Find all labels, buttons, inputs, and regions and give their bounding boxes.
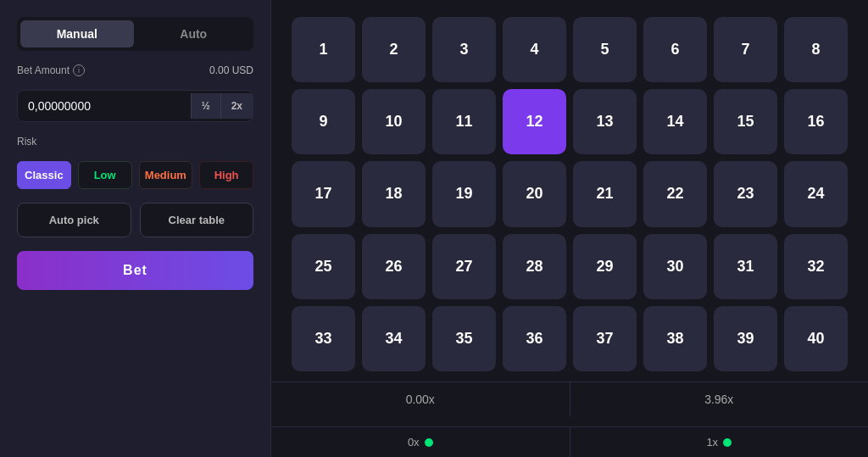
number-cell-29[interactable]: 29: [573, 234, 637, 299]
left-panel: Manual Auto Bet Amount i 0.00 USD ½ 2x R…: [0, 0, 271, 457]
bet-amount-label: Bet Amount: [17, 64, 70, 76]
number-cell-40[interactable]: 40: [784, 306, 848, 371]
number-cell-34[interactable]: 34: [362, 306, 426, 371]
stat-left: 0.00x: [271, 382, 570, 416]
number-cell-26[interactable]: 26: [362, 234, 426, 299]
bet-amount-header: Bet Amount i 0.00 USD: [17, 64, 253, 76]
number-cell-3[interactable]: 3: [432, 17, 496, 82]
stat-right: 3.96x: [570, 382, 869, 416]
number-cell-37[interactable]: 37: [573, 306, 637, 371]
action-row: Auto pick Clear table: [17, 203, 253, 237]
number-cell-15[interactable]: 15: [714, 89, 777, 154]
number-cell-5[interactable]: 5: [573, 17, 637, 82]
number-cell-24[interactable]: 24: [784, 161, 848, 226]
number-cell-23[interactable]: 23: [714, 161, 777, 226]
number-cell-35[interactable]: 35: [432, 306, 496, 371]
number-cell-18[interactable]: 18: [362, 161, 426, 226]
number-cell-13[interactable]: 13: [573, 89, 637, 154]
number-grid: 1234567891011121314151617181920212223242…: [292, 17, 848, 371]
right-panel: 1234567891011121314151617181920212223242…: [271, 0, 868, 457]
number-cell-38[interactable]: 38: [643, 306, 707, 371]
number-cell-28[interactable]: 28: [503, 234, 566, 299]
tab-row: Manual Auto: [17, 17, 253, 51]
number-cell-32[interactable]: 32: [784, 234, 848, 299]
number-cell-14[interactable]: 14: [643, 89, 707, 154]
number-cell-9[interactable]: 9: [292, 89, 355, 154]
bottom-row2: 0x 1x: [271, 426, 868, 457]
tab-auto[interactable]: Auto: [137, 20, 251, 47]
info-icon: i: [73, 64, 85, 76]
risk-classic[interactable]: Classic: [17, 161, 71, 189]
number-cell-11[interactable]: 11: [432, 89, 496, 154]
double-button[interactable]: 2x: [220, 93, 253, 119]
number-cell-33[interactable]: 33: [292, 306, 355, 371]
bet-button[interactable]: Bet: [17, 251, 253, 290]
number-cell-25[interactable]: 25: [292, 234, 355, 299]
risk-high[interactable]: High: [199, 161, 253, 189]
half-button[interactable]: ½: [191, 93, 220, 119]
auto-pick-button[interactable]: Auto pick: [17, 203, 131, 237]
bet-amount-display: 0.00 USD: [209, 64, 253, 76]
number-cell-17[interactable]: 17: [292, 161, 355, 226]
bet-input-row: ½ 2x: [17, 90, 253, 122]
clear-table-button[interactable]: Clear table: [140, 203, 254, 237]
number-cell-39[interactable]: 39: [714, 306, 777, 371]
number-cell-6[interactable]: 6: [643, 17, 707, 82]
risk-medium[interactable]: Medium: [139, 161, 193, 189]
number-cell-22[interactable]: 22: [643, 161, 707, 226]
risk-row: Classic Low Medium High: [17, 161, 253, 189]
risk-low[interactable]: Low: [78, 161, 132, 189]
number-cell-30[interactable]: 30: [643, 234, 707, 299]
tab-manual[interactable]: Manual: [20, 20, 134, 47]
number-cell-10[interactable]: 10: [362, 89, 426, 154]
number-cell-31[interactable]: 31: [714, 234, 777, 299]
number-cell-20[interactable]: 20: [503, 161, 566, 226]
bottom-stats: 0.00x 3.96x: [271, 382, 868, 416]
bet-amount-label-wrap: Bet Amount i: [17, 64, 85, 76]
number-cell-4[interactable]: 4: [503, 17, 566, 82]
number-cell-8[interactable]: 8: [784, 17, 848, 82]
stat2-right-value: 1x: [706, 436, 718, 449]
number-cell-36[interactable]: 36: [503, 306, 566, 371]
number-cell-2[interactable]: 2: [362, 17, 426, 82]
number-cell-21[interactable]: 21: [573, 161, 637, 226]
number-cell-19[interactable]: 19: [432, 161, 496, 226]
number-cell-7[interactable]: 7: [714, 17, 777, 82]
number-cell-16[interactable]: 16: [784, 89, 848, 154]
dot-left: [425, 438, 433, 447]
dot-right: [723, 438, 732, 447]
stat2-left-value: 0x: [408, 436, 420, 449]
number-cell-27[interactable]: 27: [432, 234, 496, 299]
stat2-left: 0x: [271, 427, 570, 457]
stat2-right: 1x: [570, 427, 869, 457]
risk-label: Risk: [17, 136, 253, 148]
number-cell-1[interactable]: 1: [292, 17, 355, 82]
bet-input[interactable]: [18, 91, 191, 121]
number-cell-12[interactable]: 12: [503, 89, 566, 154]
